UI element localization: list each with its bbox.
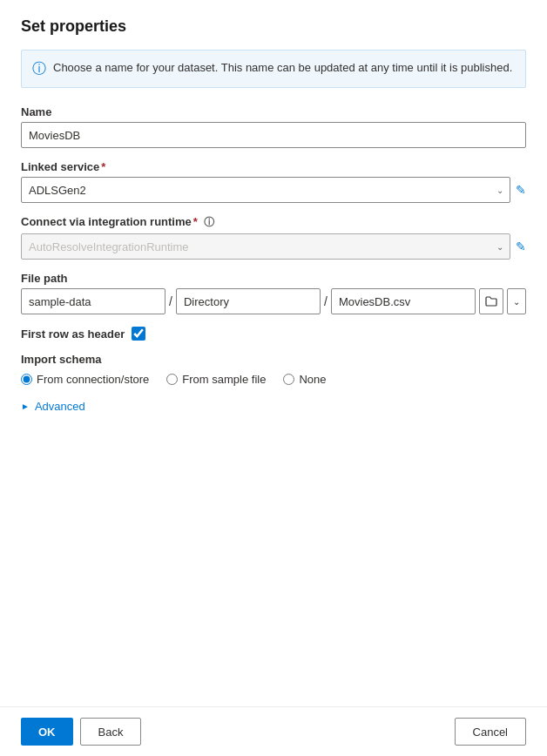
file-path-input1[interactable]: [21, 288, 165, 314]
file-path-segment1: [21, 288, 165, 314]
first-row-checkbox[interactable]: [132, 327, 145, 341]
advanced-chevron-icon: ►: [21, 402, 30, 411]
runtime-group: Connect via integration runtime* ⓘ AutoR…: [21, 215, 526, 260]
linked-service-group: Linked service* ADLSGen2 ⌄ ✎: [21, 160, 526, 203]
cancel-button[interactable]: Cancel: [455, 718, 526, 746]
radio-sample-option[interactable]: From sample file: [166, 373, 266, 386]
file-path-actions: ⌄: [479, 288, 526, 314]
import-schema-label: Import schema: [21, 353, 526, 366]
expand-button[interactable]: ⌄: [507, 288, 526, 314]
radio-sample-input[interactable]: [166, 374, 178, 385]
radio-connection-option[interactable]: From connection/store: [21, 373, 149, 386]
radio-none-option[interactable]: None: [283, 373, 326, 386]
radio-sample-label: From sample file: [182, 373, 266, 386]
first-row-label: First row as header: [21, 327, 125, 341]
name-input[interactable]: [21, 122, 526, 148]
linked-service-row: ADLSGen2 ⌄ ✎: [21, 177, 526, 203]
info-banner: ⓘ Choose a name for your dataset. This n…: [21, 50, 526, 88]
runtime-info-icon[interactable]: ⓘ: [204, 216, 214, 228]
advanced-label: Advanced: [35, 400, 85, 413]
file-path-input2[interactable]: [176, 288, 321, 314]
file-path-separator2: /: [321, 294, 331, 308]
linked-service-label: Linked service*: [21, 160, 526, 173]
advanced-row[interactable]: ► Advanced: [21, 400, 526, 413]
footer: OK Back Cancel: [0, 706, 547, 756]
page-title: Set properties: [21, 17, 526, 36]
linked-service-select[interactable]: ADLSGen2: [21, 177, 510, 203]
ok-button[interactable]: OK: [21, 718, 73, 746]
runtime-select-wrap: AutoResolveIntegrationRuntime ⌄: [21, 233, 510, 260]
radio-connection-label: From connection/store: [37, 373, 149, 386]
linked-service-edit-icon[interactable]: ✎: [516, 183, 526, 197]
runtime-label: Connect via integration runtime* ⓘ: [21, 215, 526, 230]
import-schema-group: Import schema From connection/store From…: [21, 353, 526, 386]
file-path-segment2: [176, 288, 321, 314]
browse-folder-button[interactable]: [479, 288, 503, 314]
file-path-input3[interactable]: [331, 288, 476, 314]
first-row-header-row: First row as header: [21, 327, 526, 341]
radio-row: From connection/store From sample file N…: [21, 373, 526, 386]
file-path-row: / / ⌄: [21, 288, 526, 314]
name-label: Name: [21, 105, 526, 118]
name-group: Name: [21, 105, 526, 148]
back-button[interactable]: Back: [80, 718, 142, 746]
runtime-row: AutoResolveIntegrationRuntime ⌄ ✎: [21, 233, 526, 260]
radio-none-label: None: [299, 373, 326, 386]
file-path-group: File path / / ⌄: [21, 272, 526, 314]
runtime-edit-icon[interactable]: ✎: [516, 240, 526, 253]
info-banner-text: Choose a name for your dataset. This nam…: [53, 59, 512, 77]
radio-none-input[interactable]: [283, 374, 294, 385]
radio-connection-input[interactable]: [21, 374, 32, 385]
runtime-select[interactable]: AutoResolveIntegrationRuntime: [21, 233, 510, 260]
file-path-segment3: [331, 288, 476, 314]
info-icon: ⓘ: [32, 60, 46, 78]
file-path-label: File path: [21, 272, 526, 285]
linked-service-select-wrap: ADLSGen2 ⌄: [21, 177, 510, 203]
file-path-separator1: /: [165, 294, 176, 308]
